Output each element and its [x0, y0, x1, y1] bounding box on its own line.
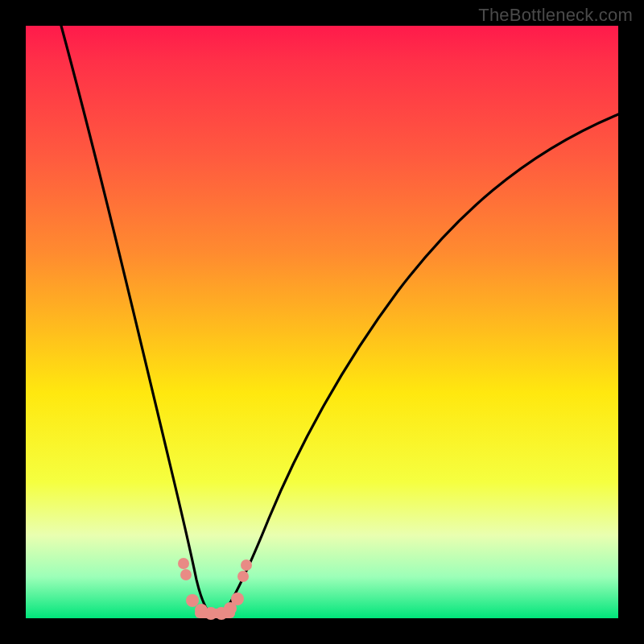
svg-point-2 — [186, 594, 199, 607]
svg-point-1 — [180, 569, 192, 580]
chart-frame: TheBottleneck.com — [0, 0, 644, 644]
curve-layer — [26, 26, 618, 618]
bottleneck-curve — [61, 26, 618, 613]
svg-point-9 — [241, 559, 252, 571]
svg-point-0 — [178, 558, 189, 569]
accent-marks-group — [178, 558, 252, 620]
svg-rect-10 — [195, 609, 235, 618]
watermark-text: TheBottleneck.com — [478, 5, 633, 26]
svg-point-7 — [231, 592, 244, 605]
plot-area — [26, 26, 618, 618]
svg-point-8 — [237, 571, 249, 582]
